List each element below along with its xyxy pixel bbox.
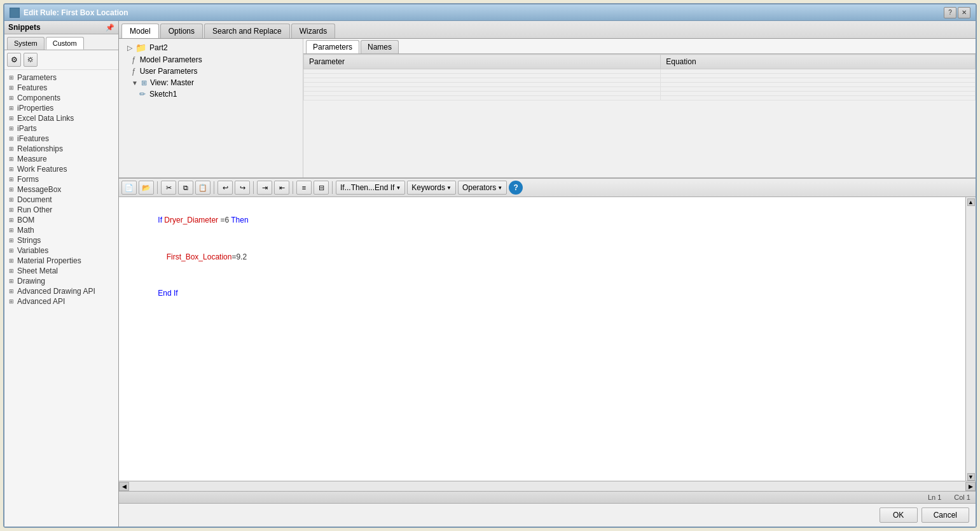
list-item[interactable]: ⊞ Material Properties — [4, 256, 118, 266]
scroll-down-btn[interactable]: ▼ — [967, 473, 975, 481]
params-tabs: Parameters Names — [303, 39, 976, 54]
tree-item-label: iParts — [17, 124, 37, 133]
delete-snippet-btn[interactable]: ⛭ — [24, 53, 38, 67]
tab-system[interactable]: System — [7, 37, 45, 50]
expand-icon: ▼ — [132, 79, 138, 86]
expander-icon: ⊞ — [7, 277, 16, 286]
list-item[interactable]: ⊞ Advanced API — [4, 296, 118, 307]
assignment-value: =9.2 — [231, 252, 247, 261]
list-item[interactable]: ⊞ MessageBox — [4, 184, 118, 195]
tree-item-label: Material Properties — [17, 256, 81, 265]
list-item[interactable]: ⊞ Sheet Metal — [4, 266, 118, 276]
tab-names[interactable]: Names — [361, 40, 399, 53]
tree-item-label: Parameters — [17, 73, 57, 82]
operators-dropdown[interactable]: Operators ▼ — [458, 181, 507, 195]
list-item[interactable]: ⊞ Excel Data Links — [4, 113, 118, 123]
paste-btn[interactable]: 📋 — [195, 181, 210, 195]
scroll-up-btn[interactable]: ▲ — [967, 198, 975, 206]
list-item[interactable]: ⊞ Measure — [4, 154, 118, 164]
outdent-btn[interactable]: ⇤ — [274, 181, 289, 195]
help-btn[interactable]: ? — [509, 181, 523, 195]
tree-row-user-params[interactable]: ƒ User Parameters — [121, 66, 300, 77]
view-icon: ⊞ — [141, 79, 147, 87]
tree-row-part2[interactable]: ▷ 📁 Part2 — [121, 41, 300, 54]
editor-toolbar: 📄 📂 ✂ ⧉ 📋 ↩ ↪ ⇥ ⇤ ≡ ⊟ — [119, 179, 976, 197]
list-item[interactable]: ⊞ Math — [4, 225, 118, 235]
scroll-right-btn[interactable]: ▶ — [965, 482, 976, 491]
code-editor[interactable]: If Dryer_Diameter =6 Then First_Box_Loca… — [119, 197, 965, 481]
list-item[interactable]: ⊞ Work Features — [4, 164, 118, 174]
table-row — [304, 78, 976, 83]
window-title: Edit Rule: First Box Location — [24, 8, 128, 17]
list-item[interactable]: ⊞ Components — [4, 93, 118, 103]
open-btn[interactable]: 📂 — [139, 181, 154, 195]
window-icon — [10, 8, 20, 18]
ok-button[interactable]: OK — [880, 507, 918, 523]
separator — [214, 181, 214, 194]
redo-btn[interactable]: ↪ — [235, 181, 250, 195]
copy-btn[interactable]: ⧉ — [178, 181, 193, 195]
tab-search-replace[interactable]: Search and Replace — [204, 24, 290, 38]
undo-btn[interactable]: ↩ — [217, 181, 233, 195]
tree-item-label: Run Other — [17, 205, 52, 214]
table-row — [304, 83, 976, 87]
expander-icon: ⊞ — [7, 256, 16, 265]
list-item[interactable]: ⊞ iProperties — [4, 103, 118, 113]
tab-options[interactable]: Options — [160, 24, 203, 38]
tree-node-label: Model Parameters — [140, 55, 202, 64]
tree-row-model-params[interactable]: ƒ Model Parameters — [121, 54, 300, 66]
list-item[interactable]: ⊞ Parameters — [4, 72, 118, 83]
tree-item-label: Components — [17, 93, 60, 102]
scroll-left-btn[interactable]: ◀ — [119, 482, 129, 491]
align-btn[interactable]: ≡ — [296, 181, 312, 195]
table-row — [304, 92, 976, 96]
format-btn[interactable]: ⊟ — [314, 181, 329, 195]
vertical-scrollbar[interactable]: ▲ ▼ — [965, 197, 976, 481]
list-item[interactable]: ⊞ iParts — [4, 123, 118, 134]
expander-icon: ⊞ — [7, 83, 16, 92]
list-item[interactable]: ⊞ Run Other — [4, 205, 118, 215]
model-tree: ▷ 📁 Part2 ƒ Model Parameters ƒ User P — [119, 39, 303, 177]
tab-wizards[interactable]: Wizards — [291, 24, 335, 38]
tree-row-sketch1[interactable]: ✏ Sketch1 — [121, 88, 300, 100]
list-item[interactable]: ⊞ Relationships — [4, 144, 118, 154]
tab-custom[interactable]: Custom — [46, 37, 84, 50]
tree-row-view-master[interactable]: ▼ ⊞ View: Master — [121, 77, 300, 88]
expander-icon: ⊞ — [7, 93, 16, 102]
pin-icon[interactable]: 📌 — [106, 24, 114, 32]
tab-model[interactable]: Model — [121, 24, 159, 38]
expander-icon: ⊞ — [7, 134, 16, 143]
titlebar-buttons: ? ✕ — [944, 7, 970, 18]
indent-btn[interactable]: ⇥ — [257, 181, 272, 195]
expander-icon: ⊞ — [7, 144, 16, 153]
close-window-btn[interactable]: ✕ — [958, 7, 970, 18]
new-rule-btn[interactable]: 📄 — [121, 181, 137, 195]
list-item[interactable]: ⊞ Drawing — [4, 276, 118, 286]
tree-node-label: User Parameters — [140, 67, 198, 76]
list-item[interactable]: ⊞ iFeatures — [4, 134, 118, 144]
list-item[interactable]: ⊞ Variables — [4, 245, 118, 256]
cut-btn[interactable]: ✂ — [161, 181, 176, 195]
content-split: ▷ 📁 Part2 ƒ Model Parameters ƒ User P — [119, 39, 976, 491]
column-equation: Equation — [661, 55, 976, 69]
tab-parameters[interactable]: Parameters — [306, 40, 359, 53]
list-item[interactable]: ⊞ BOM — [4, 215, 118, 225]
list-item[interactable]: ⊞ Forms — [4, 174, 118, 184]
var-first-box: First_Box_Location — [158, 252, 231, 261]
list-item[interactable]: ⊞ Strings — [4, 235, 118, 245]
expander-icon: ⊞ — [7, 226, 16, 235]
tree-item-label: Features — [17, 83, 47, 92]
snippets-header: Snippets 📌 — [4, 21, 118, 34]
if-then-dropdown[interactable]: If...Then...End If ▼ — [336, 181, 405, 195]
help-window-btn[interactable]: ? — [944, 7, 956, 18]
keywords-dropdown[interactable]: Keywords ▼ — [407, 181, 456, 195]
chevron-down-icon: ▼ — [446, 185, 452, 191]
cancel-button[interactable]: Cancel — [921, 507, 969, 523]
list-item[interactable]: ⊞ Features — [4, 83, 118, 93]
list-item[interactable]: ⊞ Document — [4, 195, 118, 205]
horizontal-scrollbar[interactable]: ◀ ▶ — [119, 481, 976, 491]
editor-area: 📄 📂 ✂ ⧉ 📋 ↩ ↪ ⇥ ⇤ ≡ ⊟ — [119, 179, 976, 491]
titlebar: Edit Rule: First Box Location ? ✕ — [4, 4, 976, 21]
add-snippet-btn[interactable]: ⚙ — [7, 53, 21, 67]
list-item[interactable]: ⊞ Advanced Drawing API — [4, 286, 118, 296]
